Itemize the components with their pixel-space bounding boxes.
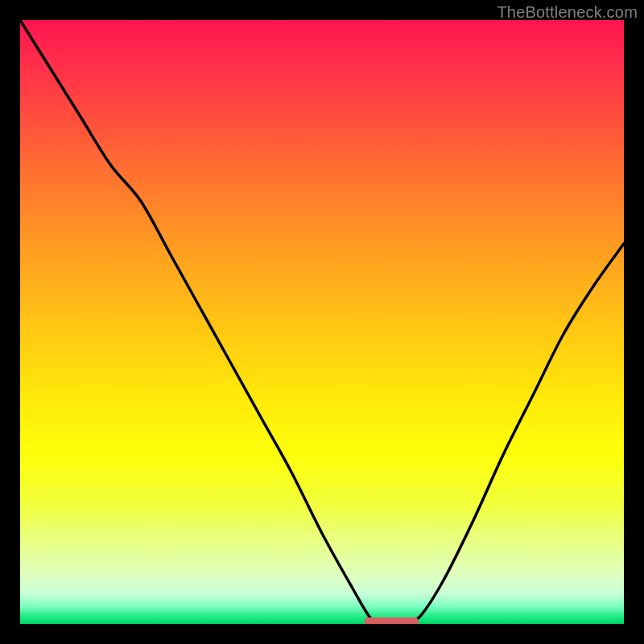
chart-frame: TheBottleneck.com — [0, 0, 644, 644]
curve-layer — [20, 20, 624, 624]
bottleneck-curve — [20, 20, 624, 624]
optimum-marker — [365, 617, 419, 624]
watermark-text: TheBottleneck.com — [497, 3, 638, 22]
plot-area — [20, 20, 624, 624]
